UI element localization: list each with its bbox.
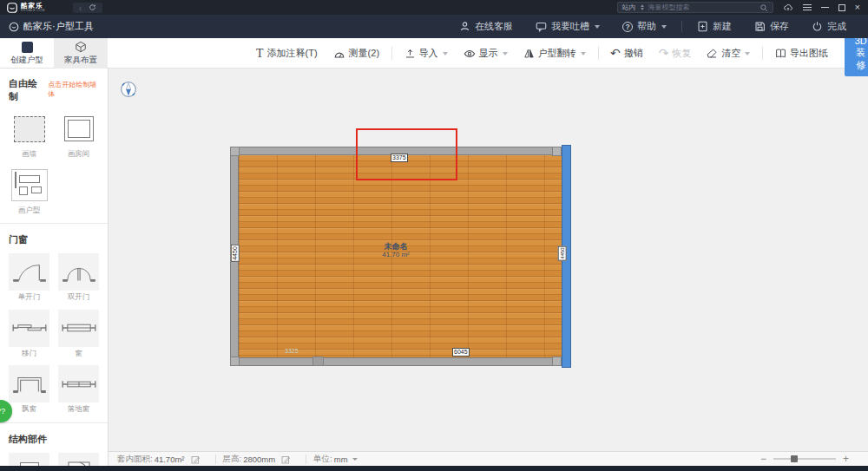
- save-button[interactable]: 保存: [743, 20, 800, 33]
- divider: [681, 21, 682, 32]
- sliding-door-icon: [9, 310, 49, 347]
- sidebar-item-draw-floorplan[interactable]: 画户型: [7, 167, 51, 214]
- power-icon: [812, 21, 823, 32]
- kujiale-logo-icon: [7, 3, 17, 13]
- tool-sidebar: 自由绘制 点击开始绘制墙体 画墙 画房间 画户型 门窗 单开门: [0, 69, 108, 466]
- dimension-bottom-right[interactable]: 6045: [452, 348, 470, 357]
- divider: [215, 455, 216, 464]
- help-button[interactable]: ? 帮助: [611, 20, 678, 33]
- redo-button[interactable]: ↷ 恢复: [651, 47, 700, 60]
- sidebar-item-window[interactable]: 窗: [56, 310, 101, 357]
- zoom-slider[interactable]: [773, 458, 836, 460]
- import-button[interactable]: 导入: [397, 47, 456, 60]
- sidebar-item-draw-wall[interactable]: 画墙: [7, 110, 51, 158]
- import-icon: [404, 48, 416, 59]
- draw-wall-icon: [14, 116, 45, 142]
- menu-icon[interactable]: [803, 7, 812, 8]
- unit-label: 单位:: [313, 454, 332, 465]
- display-button[interactable]: 显示: [456, 47, 516, 60]
- app-title-logo-icon: [9, 22, 19, 32]
- flip-button[interactable]: 户型翻转: [516, 47, 594, 60]
- sidebar-item-double-door[interactable]: 双开门: [56, 253, 101, 301]
- chat-icon: [536, 21, 547, 32]
- feedback-button[interactable]: 我要吐槽: [524, 20, 611, 33]
- wall-bottom[interactable]: [230, 357, 562, 366]
- search-icon[interactable]: [760, 3, 768, 12]
- app-title: 酷家乐·户型工具: [0, 20, 94, 33]
- unit-dropdown-icon[interactable]: [352, 458, 358, 461]
- edit-floor-height-button[interactable]: [281, 455, 291, 464]
- chevron-down-icon: [443, 52, 448, 56]
- sidebar-item-sliding-door[interactable]: 移门: [7, 310, 51, 357]
- flip-icon: [523, 48, 535, 59]
- save-icon: [754, 21, 766, 32]
- tab-create-floorplan[interactable]: 创建户型: [0, 38, 54, 69]
- measure-button[interactable]: 测量(2): [326, 47, 387, 60]
- back-icon[interactable]: ‹: [79, 3, 82, 12]
- model-search-input[interactable]: 站内 海量模型搜索: [617, 2, 773, 13]
- wall-joint[interactable]: [552, 357, 562, 366]
- eye-icon: [464, 48, 476, 60]
- redo-icon: ↷: [659, 48, 669, 59]
- protractor-icon: [333, 48, 345, 60]
- sidebar-item-single-door[interactable]: 单开门: [7, 253, 51, 301]
- blueprint-icon: [775, 48, 786, 59]
- floorplan-canvas[interactable]: 3375 3325 6045 4450 4450 未命名 41.70 m²: [108, 69, 868, 451]
- sidebar-item-flue[interactable]: 烟道: [56, 453, 101, 467]
- undo-button[interactable]: ↶ 撤销: [602, 47, 651, 60]
- tab-furnish[interactable]: 家具布置: [54, 38, 108, 69]
- area-value: 41.70m²: [155, 455, 185, 464]
- compass-icon[interactable]: [119, 80, 138, 99]
- new-button[interactable]: 新建: [686, 20, 743, 33]
- upload-icon[interactable]: [783, 3, 793, 12]
- minimize-button[interactable]: [821, 7, 829, 8]
- flue-icon: [58, 453, 99, 467]
- sidebar-item-draw-room[interactable]: 画房间: [56, 110, 101, 158]
- chevron-down-icon: [503, 52, 508, 56]
- area-label: 套内面积:: [117, 454, 153, 465]
- floor-height-label: 层高:: [223, 454, 242, 465]
- floorplan-icon: [22, 42, 33, 53]
- annotate-button[interactable]: T 添加注释(T): [248, 47, 326, 60]
- zoom-out-button[interactable]: −: [760, 455, 766, 463]
- zoom-in-button[interactable]: +: [843, 455, 849, 463]
- edit-area-button[interactable]: [191, 455, 201, 464]
- sidebar-item-floor-window[interactable]: 落地窗: [56, 365, 101, 413]
- sidebar-item-bay-window[interactable]: 飘窗: [7, 365, 51, 413]
- status-bar: 套内面积: 41.70m² 层高: 2800mm 单位: mm − +: [108, 451, 868, 466]
- unit-value[interactable]: mm: [334, 455, 348, 464]
- window-titlebar: 酷家乐 KUJIALE.COM ‹ 站内 海量模型搜索 ×: [0, 0, 868, 15]
- bay-window-icon: [9, 365, 49, 402]
- window-bottom-edge: [0, 466, 868, 471]
- maximize-button[interactable]: [838, 4, 845, 11]
- wall-joint[interactable]: [312, 357, 324, 366]
- scope-toggle-icon[interactable]: [641, 4, 644, 10]
- double-door-icon: [58, 253, 99, 291]
- clear-button[interactable]: 清空: [699, 47, 758, 60]
- help-icon: ?: [622, 22, 633, 32]
- chevron-down-icon: [595, 25, 600, 29]
- divider: [0, 223, 108, 224]
- wall-joint[interactable]: [230, 357, 240, 366]
- room-label: 未命名 41.70 m²: [230, 242, 562, 259]
- refresh-icon[interactable]: [89, 3, 96, 11]
- wall-joint[interactable]: [552, 147, 562, 156]
- dimension-bottom-left[interactable]: 3325: [284, 348, 299, 355]
- online-service-button[interactable]: 在线客服: [448, 20, 524, 33]
- person-icon: [459, 21, 470, 32]
- window-icon: [58, 310, 99, 347]
- editor-toolbar: 创建户型 家具布置 T 添加注释(T) 测量(2) 导入: [0, 38, 868, 69]
- brand-subtitle: KUJIALE.COM: [21, 10, 45, 13]
- app-logo: 酷家乐 KUJIALE.COM: [0, 3, 52, 13]
- close-button[interactable]: ×: [855, 3, 860, 12]
- finish-button[interactable]: 完成: [800, 20, 858, 33]
- zoom-slider-handle[interactable]: [791, 455, 798, 462]
- export-drawing-button[interactable]: 导出图纸: [767, 47, 836, 60]
- wall-joint[interactable]: [230, 147, 240, 156]
- freedraw-hint: 点击开始绘制墙体: [48, 80, 99, 99]
- single-door-icon: [9, 253, 49, 291]
- sidebar-item-column[interactable]: 柱子: [7, 453, 51, 467]
- history-nav: ‹: [73, 3, 103, 13]
- section-title-structure: 结构部件: [9, 433, 47, 446]
- search-scope[interactable]: 站内: [622, 3, 636, 12]
